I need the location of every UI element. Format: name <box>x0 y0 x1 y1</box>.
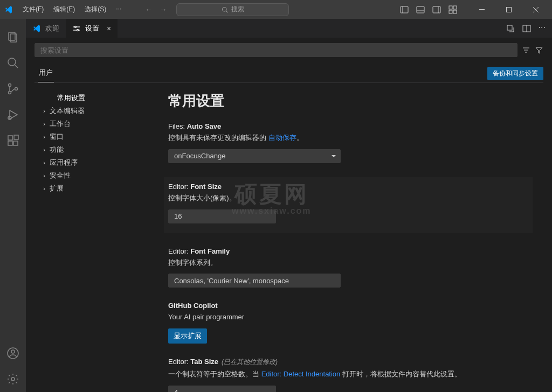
toc-item-application[interactable]: ›应用程序 <box>40 156 164 169</box>
svg-line-19 <box>15 65 18 68</box>
svg-rect-25 <box>8 136 12 140</box>
search-activity-icon[interactable] <box>0 50 26 76</box>
tabsize-input[interactable] <box>168 386 276 392</box>
svg-rect-2 <box>401 6 408 13</box>
toc-item-security[interactable]: ›安全性 <box>40 169 164 182</box>
toc-item-features[interactable]: ›功能 <box>40 143 164 156</box>
open-json-icon[interactable] <box>506 24 515 33</box>
maximize-button[interactable] <box>497 2 521 18</box>
svg-point-30 <box>11 350 15 353</box>
titlebar: 文件(F) 编辑(E) 选择(S) ··· ← → 搜索 <box>0 0 552 19</box>
autosave-select[interactable]: onFocusChange <box>168 149 341 163</box>
toc-item-extensions[interactable]: ›扩展 <box>40 182 164 195</box>
run-debug-icon[interactable] <box>0 102 26 128</box>
vscode-logo-icon <box>4 5 13 14</box>
svg-point-18 <box>8 58 16 66</box>
minimize-button[interactable] <box>470 2 494 18</box>
settings-group-title: 常用设置 <box>168 92 522 110</box>
svg-rect-11 <box>453 10 457 13</box>
close-button[interactable] <box>524 2 548 18</box>
search-icon <box>222 6 228 13</box>
more-actions-icon[interactable]: ··· <box>539 24 546 33</box>
global-search[interactable]: 搜索 <box>176 3 288 16</box>
toc-item-window[interactable]: ›窗口 <box>40 130 164 143</box>
setting-editor-fontsize: Editor: Font Size 控制字体大小(像素)。 <box>164 177 533 233</box>
explorer-icon[interactable] <box>0 24 26 50</box>
menu-file[interactable]: 文件(F) <box>18 3 48 16</box>
svg-rect-10 <box>449 10 452 13</box>
link-detect-indent[interactable]: Editor: Detect Indentation <box>261 370 341 378</box>
link-autosave[interactable]: 自动保存 <box>268 134 296 142</box>
settings-sliders-icon <box>72 24 81 33</box>
extensions-icon[interactable] <box>0 128 26 153</box>
settings-list[interactable]: 常用设置 Files: Auto Save 控制具有未保存更改的编辑器的 自动保… <box>164 83 543 392</box>
fontfamily-input[interactable] <box>168 274 341 288</box>
activity-bar <box>0 19 26 392</box>
split-editor-icon[interactable] <box>522 24 531 33</box>
svg-rect-12 <box>479 9 485 10</box>
filter-icon[interactable] <box>535 46 543 54</box>
toggle-primary-sidebar-icon[interactable] <box>400 5 409 14</box>
svg-rect-27 <box>13 141 18 145</box>
svg-rect-26 <box>8 141 12 145</box>
settings-search-input[interactable] <box>34 43 518 57</box>
toggle-secondary-sidebar-icon[interactable] <box>432 5 441 14</box>
svg-rect-9 <box>453 6 457 9</box>
toc-item-common[interactable]: ›常用设置 <box>40 92 164 104</box>
svg-rect-28 <box>14 135 18 139</box>
accounts-icon[interactable] <box>0 340 26 366</box>
tab-welcome-label: 欢迎 <box>45 24 59 33</box>
svg-point-21 <box>9 92 11 94</box>
fontsize-input[interactable] <box>168 209 276 223</box>
svg-rect-13 <box>507 7 512 12</box>
menu-overflow[interactable]: ··· <box>112 3 126 16</box>
setting-files-autosave: Files: Auto Save 控制具有未保存更改的编辑器的 自动保存。 on… <box>168 122 522 163</box>
show-extension-button[interactable]: 显示扩展 <box>168 328 207 344</box>
svg-line-1 <box>226 11 227 12</box>
source-control-icon[interactable] <box>0 76 26 102</box>
menu-edit[interactable]: 编辑(E) <box>49 3 79 16</box>
svg-point-35 <box>77 29 79 31</box>
svg-point-34 <box>75 26 77 27</box>
toc-item-workbench[interactable]: ›工作台 <box>40 117 164 130</box>
close-tab-icon[interactable]: × <box>107 24 111 33</box>
toc-item-text-editor[interactable]: ›文本编辑器 <box>40 104 164 117</box>
customize-layout-icon[interactable] <box>448 5 457 14</box>
global-search-placeholder: 搜索 <box>231 5 244 14</box>
tab-welcome[interactable]: 欢迎 <box>26 19 66 38</box>
svg-marker-23 <box>10 110 17 119</box>
setting-editor-tabsize: Editor: Tab Size(已在其他位置修改) 一个制表符等于的空格数。当… <box>168 358 522 392</box>
setting-github-copilot: GitHub Copilot Your AI pair programmer 显… <box>168 302 522 344</box>
svg-point-20 <box>9 84 11 87</box>
svg-point-0 <box>222 7 226 11</box>
nav-back-icon[interactable]: ← <box>145 5 152 13</box>
history-nav: ← → <box>145 5 167 13</box>
tab-settings[interactable]: 设置 × <box>66 19 118 38</box>
svg-point-22 <box>15 88 18 90</box>
clear-search-icon[interactable] <box>522 46 530 54</box>
vscode-logo-icon <box>32 24 41 33</box>
svg-rect-4 <box>417 6 424 13</box>
setting-editor-fontfamily: Editor: Font Family 控制字体系列。 <box>168 247 522 288</box>
editor-tab-bar: 欢迎 设置 × ··· <box>26 19 552 38</box>
settings-toc: ›常用设置 ›文本编辑器 ›工作台 ›窗口 ›功能 ›应用程序 ›安全性 ›扩展 <box>34 83 164 392</box>
svg-point-31 <box>11 377 15 381</box>
menu-selection[interactable]: 选择(S) <box>80 3 111 16</box>
sync-settings-button[interactable]: 备份和同步设置 <box>487 67 543 80</box>
menu-bar: 文件(F) 编辑(E) 选择(S) ··· <box>18 3 126 16</box>
scope-tab-user[interactable]: 用户 <box>38 65 54 82</box>
manage-gear-icon[interactable] <box>0 366 26 392</box>
window-controls <box>470 2 548 18</box>
toggle-panel-icon[interactable] <box>416 5 425 14</box>
svg-rect-6 <box>433 6 440 13</box>
tab-settings-label: 设置 <box>85 24 99 33</box>
svg-rect-8 <box>449 6 452 9</box>
layout-controls <box>400 5 457 14</box>
svg-rect-36 <box>507 25 512 30</box>
nav-forward-icon[interactable]: → <box>160 5 167 13</box>
